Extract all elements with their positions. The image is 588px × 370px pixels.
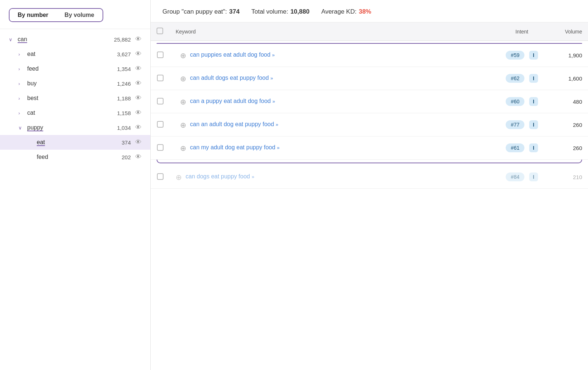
chevron-right-icon-cat: › <box>18 110 26 116</box>
row3-rank-badge: #60 <box>506 97 524 106</box>
toggle-group: By number By volume <box>9 8 103 22</box>
chevron-right-icon-eat: › <box>18 51 26 57</box>
col-intent-header: Intent <box>500 22 544 41</box>
row4-plus-icon[interactable]: ⊕ <box>180 121 186 129</box>
row6-rank-badge: #84 <box>506 172 524 181</box>
sidebar-item-buy[interactable]: › buy 1,246 👁 <box>0 76 150 91</box>
row1-checkbox[interactable] <box>157 51 164 58</box>
row5-volume-cell: 260 <box>544 136 588 160</box>
row5-plus-icon[interactable]: ⊕ <box>180 144 186 153</box>
row5-chevron: » <box>277 145 280 150</box>
sidebar-item-can[interactable]: ∨ can 25,882 👁 <box>0 32 150 47</box>
sidebar-header: By number By volume <box>0 0 150 29</box>
sidebar-item-cat[interactable]: › cat 1,158 👁 <box>0 106 150 120</box>
row6-volume-cell: 210 <box>544 166 588 189</box>
row5-checkbox[interactable] <box>157 144 164 151</box>
sidebar-item-count-buy: 1,246 <box>117 81 131 87</box>
table-row: ⊕ can a puppy eat adult dog food » #60 I <box>151 90 588 113</box>
row2-plus-icon[interactable]: ⊕ <box>180 74 186 83</box>
sidebar-item-label-eat2: eat <box>35 139 122 146</box>
row6-checkbox[interactable] <box>157 173 164 180</box>
avg-kd: 38% <box>359 8 371 15</box>
sidebar: By number By volume ∨ can 25,882 👁 › eat… <box>0 0 151 370</box>
row3-intent-cell: #60 I <box>500 90 544 113</box>
row2-intent-cell: #62 I <box>500 67 544 90</box>
row6-plus-icon[interactable]: ⊕ <box>176 173 182 182</box>
sidebar-item-eat2[interactable]: eat 374 👁 <box>0 135 150 150</box>
row3-intent-badge: I <box>529 97 538 106</box>
sidebar-item-count-cat: 1,158 <box>117 110 131 116</box>
sidebar-item-label-cat: cat <box>26 110 117 116</box>
sidebar-item-puppy[interactable]: ∨ puppy 1,034 👁 <box>0 120 150 135</box>
row4-intent-badge: I <box>529 120 538 129</box>
sidebar-item-feed[interactable]: › feed 1,354 👁 <box>0 61 150 76</box>
eye-icon-feed2[interactable]: 👁 <box>135 153 141 161</box>
row4-check-cell <box>151 113 170 136</box>
main-header: Group "can puppy eat": 374 Total volume:… <box>151 0 588 22</box>
row5-intent-cell: #61 I <box>500 136 544 160</box>
row6-intent-badge: I <box>529 172 538 181</box>
sidebar-item-feed2[interactable]: feed 202 👁 <box>0 150 150 164</box>
row2-keyword-link[interactable]: can adult dogs eat puppy food » <box>190 74 273 82</box>
sidebar-item-label-can: can <box>16 36 114 43</box>
select-all-checkbox[interactable] <box>157 28 163 34</box>
col-keyword-header: Keyword <box>170 22 500 41</box>
table-row: ⊕ can an adult dog eat puppy food » #77 … <box>151 113 588 136</box>
sidebar-item-count-eat: 3,627 <box>117 51 131 57</box>
group-label: Group "can puppy eat": <box>162 8 227 15</box>
row2-volume-cell: 1,600 <box>544 67 588 90</box>
row1-chevron: » <box>272 52 275 58</box>
eye-icon-cat[interactable]: 👁 <box>135 109 141 117</box>
sidebar-item-count-feed: 1,354 <box>117 66 131 72</box>
row1-rank-badge: #59 <box>506 51 524 60</box>
table-row: ⊕ can dogs eat puppy food » #84 I 210 <box>151 166 588 189</box>
row5-keyword-link[interactable]: can my adult dog eat puppy food » <box>190 143 280 152</box>
table-row-purple-end <box>151 160 588 166</box>
row2-check-cell <box>151 67 170 90</box>
row2-keyword-cell: ⊕ can adult dogs eat puppy food » <box>170 67 500 90</box>
row4-chevron: » <box>276 122 278 127</box>
col-volume-header: Volume <box>544 22 588 41</box>
row3-chevron: » <box>272 99 275 104</box>
row2-checkbox[interactable] <box>157 75 164 81</box>
eye-icon-eat2[interactable]: 👁 <box>135 139 141 146</box>
row1-keyword-link[interactable]: can puppies eat adult dog food » <box>190 50 275 59</box>
by-number-button[interactable]: By number <box>10 9 57 21</box>
table-body: ⊕ can puppies eat adult dog food » #59 I <box>151 41 588 189</box>
row6-check-cell <box>151 166 170 189</box>
row6-keyword-link[interactable]: can dogs eat puppy food » <box>186 172 254 181</box>
row4-keyword-link[interactable]: can an adult dog eat puppy food » <box>190 120 278 129</box>
row5-keyword-cell: ⊕ can my adult dog eat puppy food » <box>170 136 500 160</box>
row2-rank-badge: #62 <box>506 74 524 83</box>
by-volume-button[interactable]: By volume <box>57 9 103 21</box>
row4-checkbox[interactable] <box>157 121 164 128</box>
sidebar-item-label-buy: buy <box>26 80 117 87</box>
row4-keyword-cell: ⊕ can an adult dog eat puppy food » <box>170 113 500 136</box>
eye-icon-buy[interactable]: 👁 <box>135 80 141 87</box>
sidebar-item-count-puppy: 1,034 <box>117 125 131 131</box>
row3-keyword-link[interactable]: can a puppy eat adult dog food » <box>190 97 275 106</box>
eye-icon-best[interactable]: 👁 <box>135 95 141 102</box>
row1-intent-badge: I <box>529 51 538 60</box>
sidebar-item-eat[interactable]: › eat 3,627 👁 <box>0 47 150 61</box>
sidebar-item-best[interactable]: › best 1,188 👁 <box>0 91 150 106</box>
row3-checkbox[interactable] <box>157 98 164 104</box>
row5-rank-badge: #61 <box>506 143 524 152</box>
row5-check-cell <box>151 136 170 160</box>
eye-icon-feed[interactable]: 👁 <box>135 65 141 72</box>
row1-plus-icon[interactable]: ⊕ <box>180 51 186 60</box>
sidebar-item-count-eat2: 374 <box>122 139 131 146</box>
row3-plus-icon[interactable]: ⊕ <box>180 97 186 106</box>
row6-chevron: » <box>252 174 254 179</box>
sidebar-item-count-can: 25,882 <box>114 36 131 43</box>
sidebar-item-label-best: best <box>26 95 117 102</box>
row2-intent-badge: I <box>529 74 538 83</box>
eye-icon-eat[interactable]: 👁 <box>135 50 141 58</box>
eye-icon-puppy[interactable]: 👁 <box>135 124 141 131</box>
row3-keyword-cell: ⊕ can a puppy eat adult dog food » <box>170 90 500 113</box>
sidebar-item-label-puppy: puppy <box>26 124 117 131</box>
eye-icon-can[interactable]: 👁 <box>135 36 141 43</box>
row5-intent-badge: I <box>529 143 538 152</box>
table-row: ⊕ can my adult dog eat puppy food » #61 … <box>151 136 588 160</box>
row1-volume-cell: 1,900 <box>544 44 588 67</box>
